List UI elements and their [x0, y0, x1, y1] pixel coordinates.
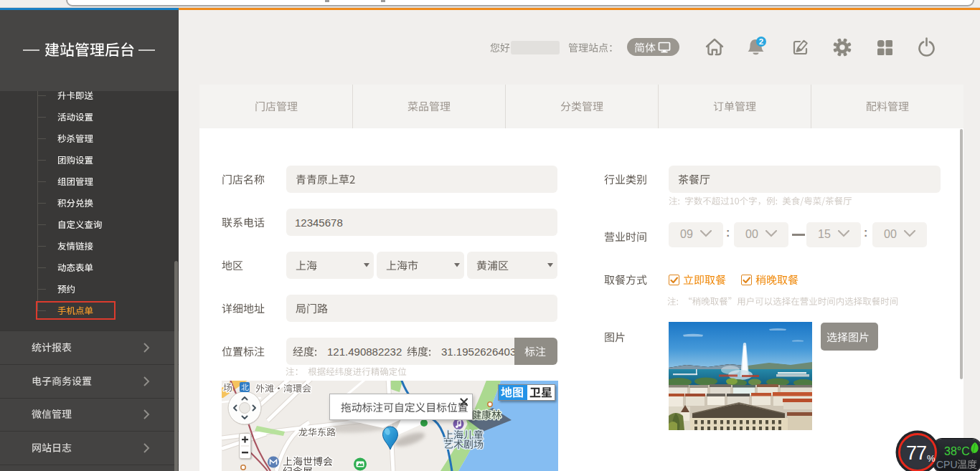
svg-text:2: 2	[759, 37, 763, 46]
